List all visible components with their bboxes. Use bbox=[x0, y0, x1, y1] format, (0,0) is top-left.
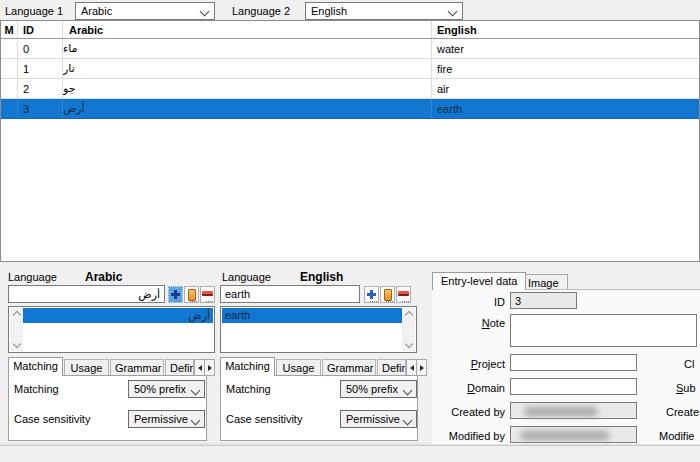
created-label-truncated: Create bbox=[666, 406, 699, 418]
arabic-tab-usage[interactable]: Usage bbox=[64, 359, 109, 376]
grid-header-m[interactable]: M bbox=[1, 21, 18, 38]
chevron-down-icon bbox=[403, 416, 413, 426]
tab-entry-level-data[interactable]: Entry-level data bbox=[432, 272, 526, 290]
english-tab-grammar[interactable]: Grammar bbox=[322, 359, 376, 376]
term-grid: M ID Arabic English 0 ماء water 1 نار fi… bbox=[0, 20, 700, 262]
table-row-selected[interactable]: 3 أرض earth bbox=[1, 99, 699, 119]
arabic-add-term-button[interactable] bbox=[168, 286, 183, 303]
arabic-matching-value: 50% prefix bbox=[134, 383, 186, 395]
arabic-language-name: Arabic bbox=[85, 270, 122, 284]
note-field[interactable] bbox=[510, 314, 697, 347]
language2-label: Language 2 bbox=[232, 5, 290, 17]
row-arabic-cell: نار bbox=[63, 59, 432, 78]
minus-icon bbox=[398, 291, 409, 296]
arabic-term-input[interactable] bbox=[8, 285, 165, 303]
scroll-down-icon[interactable] bbox=[404, 340, 412, 348]
english-edit-term-button[interactable] bbox=[380, 286, 395, 303]
note-label: Note bbox=[432, 317, 505, 329]
row-id-cell: 1 bbox=[18, 59, 63, 78]
created-by-field bbox=[510, 402, 637, 419]
table-row[interactable]: 1 نار fire bbox=[1, 59, 699, 79]
english-matching-label: Matching bbox=[226, 383, 271, 395]
arrow-right-icon bbox=[420, 365, 424, 371]
english-delete-term-button[interactable] bbox=[396, 286, 411, 303]
modified-by-label: Modified by bbox=[432, 430, 505, 442]
language1-select[interactable]: Arabic bbox=[75, 2, 215, 20]
chevron-down-icon bbox=[191, 386, 201, 396]
english-matching-value: 50% prefix bbox=[346, 383, 398, 395]
row-marker-cell bbox=[1, 79, 18, 98]
arabic-edit-term-button[interactable] bbox=[184, 286, 199, 303]
english-case-sensitivity-select[interactable]: Permissive bbox=[340, 410, 417, 428]
table-row[interactable]: 0 ماء water bbox=[1, 39, 699, 59]
arrow-left-icon bbox=[410, 365, 414, 371]
arabic-case-sensitivity-value: Permissive bbox=[134, 413, 188, 425]
row-english-cell: fire bbox=[432, 59, 699, 78]
arabic-term-list[interactable]: أرض bbox=[8, 306, 215, 353]
list-item-selected[interactable]: earth bbox=[222, 308, 402, 323]
domain-field[interactable] bbox=[510, 378, 637, 395]
english-tab-definition[interactable]: Defir bbox=[377, 359, 406, 376]
scroll-up-icon[interactable] bbox=[12, 311, 20, 319]
arrow-right-icon bbox=[208, 365, 212, 371]
grid-header-arabic[interactable]: Arabic bbox=[63, 21, 432, 38]
english-add-term-button[interactable] bbox=[364, 286, 379, 303]
scroll-down-icon[interactable] bbox=[12, 340, 20, 348]
english-language-label: Language bbox=[222, 271, 271, 283]
row-id-cell: 3 bbox=[18, 99, 63, 118]
project-field[interactable] bbox=[510, 354, 637, 371]
grid-header-id[interactable]: ID bbox=[18, 21, 63, 38]
arabic-case-sensitivity-select[interactable]: Permissive bbox=[128, 410, 205, 428]
chevron-down-icon bbox=[200, 7, 210, 17]
arabic-delete-term-button[interactable] bbox=[200, 286, 215, 303]
english-case-sensitivity-label: Case sensitivity bbox=[226, 413, 302, 425]
arabic-tab-definition[interactable]: Defir bbox=[165, 359, 194, 376]
project-label: Project bbox=[432, 358, 505, 370]
arabic-tab-grammar[interactable]: Grammar bbox=[110, 359, 164, 376]
created-by-label: Created by bbox=[432, 406, 505, 418]
language2-select[interactable]: English bbox=[305, 2, 463, 20]
modified-by-field bbox=[510, 426, 637, 443]
grid-header-english[interactable]: English bbox=[432, 21, 699, 38]
arabic-language-label: Language bbox=[8, 271, 57, 283]
english-case-sensitivity-value: Permissive bbox=[346, 413, 400, 425]
row-marker-cell bbox=[1, 39, 18, 58]
row-marker-cell bbox=[1, 59, 18, 78]
english-term-input[interactable] bbox=[220, 285, 360, 303]
arabic-case-sensitivity-label: Case sensitivity bbox=[14, 413, 90, 425]
tab-scroll-right-button[interactable] bbox=[204, 359, 215, 376]
row-english-cell: earth bbox=[432, 99, 699, 118]
plus-icon bbox=[169, 287, 182, 302]
tab-scroll-right-button[interactable] bbox=[416, 359, 427, 376]
arabic-matching-label: Matching bbox=[14, 383, 59, 395]
redacted-text bbox=[521, 431, 609, 440]
domain-label: Domain bbox=[432, 382, 505, 394]
english-tab-matching[interactable]: Matching bbox=[220, 357, 275, 376]
english-matching-select[interactable]: 50% prefix bbox=[340, 380, 417, 398]
arabic-tab-matching[interactable]: Matching bbox=[8, 357, 63, 376]
english-tab-usage[interactable]: Usage bbox=[276, 359, 321, 376]
chevron-down-icon bbox=[403, 386, 413, 396]
arrow-left-icon bbox=[198, 365, 202, 371]
redacted-text bbox=[525, 407, 597, 416]
client-label-truncated: Cl bbox=[684, 358, 694, 370]
list-item-selected[interactable]: أرض bbox=[23, 308, 213, 323]
row-english-cell: water bbox=[432, 39, 699, 58]
table-row[interactable]: 2 جو air bbox=[1, 79, 699, 99]
id-field bbox=[510, 292, 577, 309]
status-bar bbox=[0, 445, 700, 462]
row-arabic-cell: جو bbox=[63, 79, 432, 98]
row-arabic-cell: أرض bbox=[63, 99, 432, 118]
grid-header-row: M ID Arabic English bbox=[1, 21, 699, 39]
english-term-list[interactable]: earth bbox=[220, 306, 417, 353]
scroll-up-icon[interactable] bbox=[404, 311, 412, 319]
edit-icon bbox=[384, 289, 392, 301]
id-label: ID bbox=[432, 296, 505, 308]
scrollbar[interactable] bbox=[402, 308, 415, 351]
english-language-name: English bbox=[300, 270, 343, 284]
chevron-down-icon bbox=[448, 7, 458, 17]
arabic-matching-select[interactable]: 50% prefix bbox=[128, 380, 205, 398]
row-english-cell: air bbox=[432, 79, 699, 98]
subdomain-label-truncated: Sub bbox=[676, 382, 696, 394]
scrollbar[interactable] bbox=[10, 308, 23, 351]
